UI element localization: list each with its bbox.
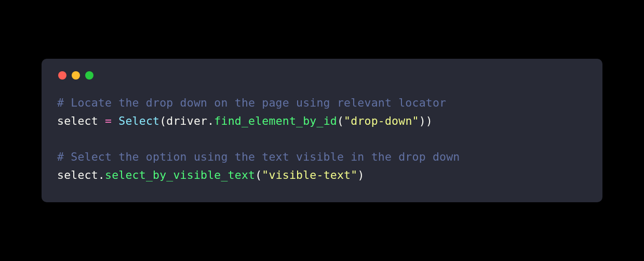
code-token: ( xyxy=(255,168,262,181)
code-token: find_element_by_id xyxy=(214,114,337,127)
code-comment: # Select the option using the text visib… xyxy=(57,150,460,163)
code-token: "visible-text" xyxy=(262,168,357,181)
code-token: (driver. xyxy=(159,114,214,127)
code-token: "drop-down" xyxy=(344,114,419,127)
code-token: Select xyxy=(118,114,159,127)
code-token: select xyxy=(57,114,105,127)
code-comment: # Locate the drop down on the page using… xyxy=(57,96,446,109)
code-token: = xyxy=(105,114,118,127)
code-token: select_by_visible_text xyxy=(105,168,255,181)
minimize-icon[interactable] xyxy=(72,71,80,80)
code-block[interactable]: # Locate the drop down on the page using… xyxy=(57,94,587,185)
code-token: ( xyxy=(337,114,344,127)
code-token: select. xyxy=(57,168,105,181)
maximize-icon[interactable] xyxy=(85,71,93,80)
code-token: )) xyxy=(419,114,433,127)
code-window: # Locate the drop down on the page using… xyxy=(42,59,602,202)
close-icon[interactable] xyxy=(58,71,66,80)
window-controls xyxy=(57,71,587,80)
code-token: ) xyxy=(357,168,364,181)
